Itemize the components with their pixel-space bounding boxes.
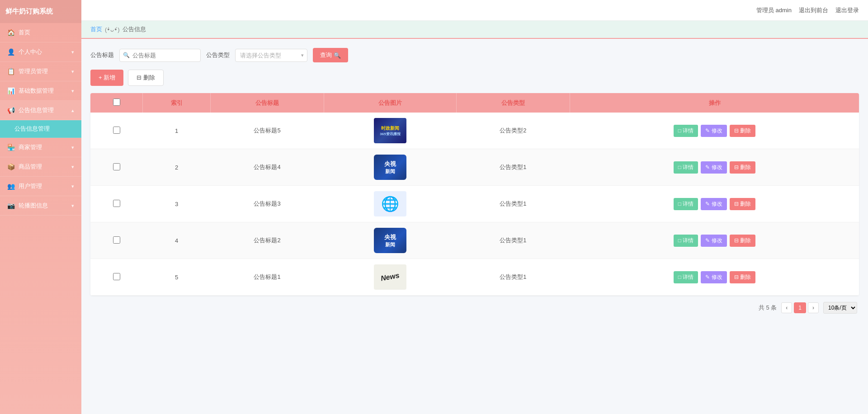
chevron-down-icon: ▾ (71, 49, 74, 55)
globe-image: 🌐 (374, 191, 406, 216)
breadcrumb-separator: (•̀ᴗ•́) (105, 26, 120, 33)
row-image: News (324, 259, 456, 296)
row-image: 央视 新闻 (324, 149, 456, 186)
row-title: 公告标题3 (210, 186, 324, 222)
cctv-image: 央视 新闻 (374, 228, 406, 253)
row-checkbox[interactable] (113, 200, 120, 207)
add-button[interactable]: + 新增 (90, 70, 123, 86)
search-title-wrap: 🔍 (119, 49, 201, 62)
row-title: 公告标题1 (210, 259, 324, 296)
query-button[interactable]: 查询 🔍 (313, 48, 348, 62)
detail-button[interactable]: □ 详情 (674, 271, 698, 283)
edit-button[interactable]: ✎ 修改 (701, 125, 726, 137)
detail-button[interactable]: □ 详情 (674, 161, 698, 174)
sidebar-item-product-mgmt[interactable]: 📦 商品管理 ▾ (0, 157, 81, 177)
delete-row-button[interactable]: ⊟ 删除 (730, 125, 755, 137)
notice-mgmt-icon: 📢 (7, 107, 15, 114)
search-type-select[interactable]: 请选择公告类型 (235, 49, 307, 62)
delete-row-button[interactable]: ⊟ 删除 (730, 198, 755, 210)
admin-mgmt-icon: 📋 (7, 68, 15, 75)
page-1-button[interactable]: 1 (794, 302, 806, 313)
back-to-front-link[interactable]: 退出到前台 (799, 6, 828, 14)
breadcrumb: 首页 (•̀ᴗ•́) 公告信息 (81, 21, 868, 39)
sidebar-item-product-label: 商品管理 (19, 163, 42, 171)
sidebar-item-notice-mgmt[interactable]: 📢 公告信息管理 ▴ (0, 101, 81, 120)
table-header-row: 索引 公告标题 公告图片 公告类型 操作 (90, 93, 859, 113)
row-checkbox[interactable] (113, 127, 120, 134)
pagination-bar: 共 5 条 ‹ 1 › 10条/页 20条/页 50条/页 (90, 296, 859, 315)
row-index: 3 (143, 186, 210, 222)
next-page-button[interactable]: › (808, 302, 819, 313)
col-index: 索引 (143, 93, 210, 113)
sidebar-item-user-label: 用户管理 (19, 182, 42, 190)
delete-row-button[interactable]: ⊟ 删除 (730, 235, 755, 247)
edit-button[interactable]: ✎ 修改 (701, 235, 726, 247)
sidebar-item-user-mgmt[interactable]: 👥 用户管理 ▾ (0, 177, 81, 196)
col-type: 公告类型 (456, 93, 570, 113)
sidebar-submenu-notice-info-label: 公告信息管理 (14, 125, 50, 133)
row-checkbox[interactable] (113, 236, 120, 244)
sidebar-submenu-notice-info[interactable]: 公告信息管理 (0, 120, 81, 138)
main-area: 管理员 admin 退出到前台 退出登录 首页 (•̀ᴗ•́) 公告信息 公告标… (81, 0, 868, 414)
bulk-delete-button[interactable]: ⊟ 删除 (128, 70, 164, 86)
row-checkbox[interactable] (113, 273, 120, 280)
sidebar-item-carousel-info[interactable]: 📷 轮播图信息 ▾ (0, 196, 81, 216)
sidebar-item-home[interactable]: 🏠 首页 (0, 23, 81, 42)
merchant-icon: 🏪 (7, 144, 15, 151)
table-row: 3公告标题3🌐公告类型1 □ 详情 ✎ 修改 ⊟ 删除 (90, 186, 859, 222)
logout-link[interactable]: 退出登录 (835, 6, 859, 14)
breadcrumb-home[interactable]: 首页 (90, 25, 102, 33)
col-title: 公告标题 (210, 93, 324, 113)
pagination-total: 共 5 条 (759, 304, 777, 312)
row-type: 公告类型1 (456, 259, 570, 296)
content-area: 公告标题 🔍 公告类型 请选择公告类型 ▾ 查询 🔍 + 新增 ⊟ 删除 (81, 39, 868, 414)
chevron-down-icon-2: ▾ (71, 69, 74, 75)
user-icon: 👥 (7, 183, 15, 190)
edit-button[interactable]: ✎ 修改 (701, 271, 726, 283)
personal-icon: 👤 (7, 48, 15, 56)
sidebar-item-personal[interactable]: 👤 个人中心 ▾ (0, 42, 81, 62)
prev-page-button[interactable]: ‹ (781, 302, 792, 313)
query-search-icon: 🔍 (334, 52, 341, 59)
ops-cell: □ 详情 ✎ 修改 ⊟ 删除 (575, 161, 854, 174)
chevron-down-icon-7: ▾ (71, 203, 74, 209)
row-ops: □ 详情 ✎ 修改 ⊟ 删除 (570, 222, 859, 259)
chevron-down-icon-5: ▾ (71, 164, 74, 170)
basic-data-icon: 📊 (7, 87, 15, 94)
chevron-up-icon: ▴ (71, 108, 74, 113)
home-icon: 🏠 (7, 29, 15, 36)
cctv-image: 央视 新闻 (374, 155, 406, 180)
row-index: 1 (143, 113, 210, 149)
edit-button[interactable]: ✎ 修改 (701, 198, 726, 210)
sidebar: 鲜牛奶订购系统 🏠 首页 👤 个人中心 ▾ 📋 管理员管理 ▾ 📊 基础数据管理… (0, 0, 81, 414)
col-checkbox (90, 93, 143, 113)
page-size-select[interactable]: 10条/页 20条/页 50条/页 (823, 302, 857, 314)
detail-button[interactable]: □ 详情 (674, 235, 698, 247)
sidebar-item-basic-data[interactable]: 📊 基础数据管理 ▾ (0, 81, 81, 101)
delete-row-button[interactable]: ⊟ 删除 (730, 271, 755, 283)
search-icon: 🔍 (123, 52, 130, 58)
action-bar: + 新增 ⊟ 删除 (90, 70, 859, 86)
detail-button[interactable]: □ 详情 (674, 198, 698, 210)
select-all-checkbox[interactable] (113, 99, 120, 106)
col-image: 公告图片 (324, 93, 456, 113)
row-checkbox[interactable] (113, 163, 120, 170)
row-type: 公告类型2 (456, 113, 570, 149)
sidebar-item-notice-label: 公告信息管理 (19, 106, 54, 114)
search-type-label: 公告类型 (206, 51, 230, 59)
sidebar-item-home-label: 首页 (19, 28, 30, 37)
search-title-label: 公告标题 (90, 51, 114, 59)
row-ops: □ 详情 ✎ 修改 ⊟ 删除 (570, 149, 859, 186)
row-image: 时政新闻 365资讯播报 (324, 113, 456, 149)
search-title-input[interactable] (119, 49, 201, 62)
sidebar-item-admin-mgmt[interactable]: 📋 管理员管理 ▾ (0, 62, 81, 81)
table-row: 2公告标题4 央视 新闻 公告类型1 □ 详情 ✎ 修改 ⊟ 删除 (90, 149, 859, 186)
sidebar-item-merchant-mgmt[interactable]: 🏪 商家管理 ▾ (0, 138, 81, 157)
table-body: 1公告标题5 时政新闻 365资讯播报 公告类型2 □ 详情 ✎ 修改 ⊟ 删除… (90, 113, 859, 296)
detail-button[interactable]: □ 详情 (674, 125, 698, 137)
carousel-icon: 📷 (7, 202, 15, 209)
delete-row-button[interactable]: ⊟ 删除 (730, 161, 755, 174)
row-type: 公告类型1 (456, 149, 570, 186)
row-ops: □ 详情 ✎ 修改 ⊟ 删除 (570, 113, 859, 149)
edit-button[interactable]: ✎ 修改 (701, 161, 726, 174)
